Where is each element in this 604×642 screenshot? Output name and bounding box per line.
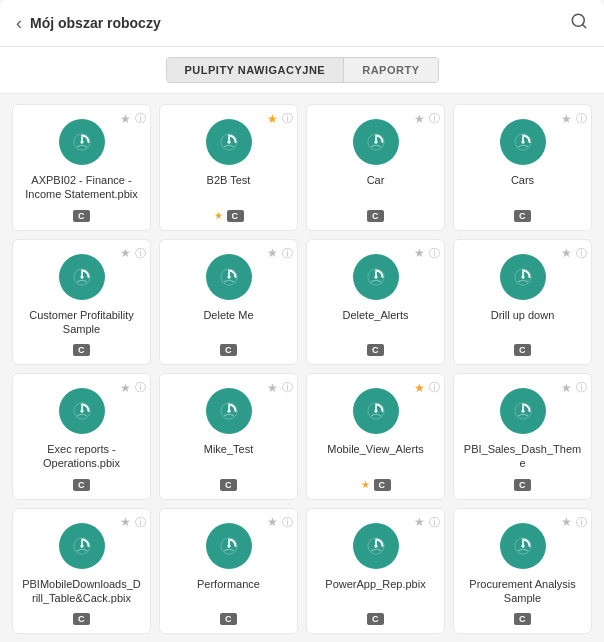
- tab-reports[interactable]: RAPORTY: [344, 58, 437, 82]
- star-icon[interactable]: ★: [120, 515, 131, 529]
- card-item[interactable]: ★ ⓘ PBIMobileDownloads_Drill_Table&Cack.…: [12, 508, 151, 635]
- card-badge: C: [73, 210, 90, 222]
- info-icon[interactable]: ⓘ: [576, 515, 587, 530]
- card-icon: [59, 523, 105, 569]
- star-icon[interactable]: ★: [267, 381, 278, 395]
- star-icon[interactable]: ★: [267, 515, 278, 529]
- card-item[interactable]: ★ ⓘ AXPBI02 - Finance - Income Statement…: [12, 104, 151, 231]
- card-actions: ★ ⓘ: [561, 111, 587, 126]
- page-title: Mój obszar roboczy: [30, 15, 161, 31]
- star-icon[interactable]: ★: [561, 381, 572, 395]
- star-icon[interactable]: ★: [561, 246, 572, 260]
- tabs: PULPITY NAWIGACYJNE RAPORTY: [166, 57, 439, 83]
- card-icon: [500, 254, 546, 300]
- info-icon[interactable]: ⓘ: [282, 380, 293, 395]
- card-item[interactable]: ★ ⓘ Mobile_View_Alerts ★ C: [306, 373, 445, 500]
- dashboard-grid: ★ ⓘ AXPBI02 - Finance - Income Statement…: [0, 94, 604, 642]
- info-icon[interactable]: ⓘ: [282, 111, 293, 126]
- card-bottom: C: [220, 344, 237, 356]
- info-icon[interactable]: ⓘ: [135, 380, 146, 395]
- star-icon[interactable]: ★: [414, 515, 425, 529]
- card-actions: ★ ⓘ: [561, 380, 587, 395]
- card-item[interactable]: ★ ⓘ Delete Me C: [159, 239, 298, 366]
- info-icon[interactable]: ⓘ: [429, 380, 440, 395]
- info-icon[interactable]: ⓘ: [282, 515, 293, 530]
- star-icon[interactable]: ★: [414, 246, 425, 260]
- card-bottom: ★ C: [361, 479, 391, 491]
- star-icon[interactable]: ★: [414, 381, 425, 395]
- card-icon: [59, 388, 105, 434]
- info-icon[interactable]: ⓘ: [282, 246, 293, 261]
- card-title: B2B Test: [207, 173, 251, 187]
- card-title: Exec reports - Operations.pbix: [21, 442, 142, 471]
- card-icon: [500, 119, 546, 165]
- tabs-container: PULPITY NAWIGACYJNE RAPORTY: [0, 47, 604, 94]
- card-actions: ★ ⓘ: [267, 246, 293, 261]
- info-icon[interactable]: ⓘ: [429, 246, 440, 261]
- card-icon: [206, 523, 252, 569]
- card-bottom: C: [367, 344, 384, 356]
- card-item[interactable]: ★ ⓘ Drill up down C: [453, 239, 592, 366]
- card-item[interactable]: ★ ⓘ Procurement Analysis Sample C: [453, 508, 592, 635]
- star-icon[interactable]: ★: [414, 112, 425, 126]
- card-item[interactable]: ★ ⓘ Delete_Alerts C: [306, 239, 445, 366]
- card-item[interactable]: ★ ⓘ Exec reports - Operations.pbix C: [12, 373, 151, 500]
- card-badge: C: [367, 210, 384, 222]
- card-actions: ★ ⓘ: [561, 515, 587, 530]
- tab-dashboards[interactable]: PULPITY NAWIGACYJNE: [167, 58, 344, 82]
- card-icon: [206, 388, 252, 434]
- card-actions: ★ ⓘ: [414, 380, 440, 395]
- card-badge: C: [374, 479, 391, 491]
- info-icon[interactable]: ⓘ: [135, 111, 146, 126]
- card-title: Delete_Alerts: [342, 308, 408, 322]
- card-item[interactable]: ★ ⓘ Customer Profitability Sample C: [12, 239, 151, 366]
- card-icon: [59, 119, 105, 165]
- card-badge: C: [514, 210, 531, 222]
- card-title: Mike_Test: [204, 442, 254, 456]
- info-icon[interactable]: ⓘ: [576, 380, 587, 395]
- card-icon: [59, 254, 105, 300]
- card-bottom: C: [73, 344, 90, 356]
- card-badge: C: [73, 613, 90, 625]
- star-icon[interactable]: ★: [120, 112, 131, 126]
- card-badge: C: [227, 210, 244, 222]
- back-icon[interactable]: ‹: [16, 13, 22, 34]
- info-icon[interactable]: ⓘ: [429, 111, 440, 126]
- star-icon[interactable]: ★: [267, 246, 278, 260]
- card-bottom: C: [367, 613, 384, 625]
- card-title: PBIMobileDownloads_Drill_Table&Cack.pbix: [21, 577, 142, 606]
- info-icon[interactable]: ⓘ: [135, 515, 146, 530]
- card-icon: [206, 254, 252, 300]
- card-badge: C: [220, 344, 237, 356]
- card-bottom: C: [73, 210, 90, 222]
- card-item[interactable]: ★ ⓘ PBI_Sales_Dash_Theme C: [453, 373, 592, 500]
- star-icon[interactable]: ★: [561, 112, 572, 126]
- star-icon[interactable]: ★: [561, 515, 572, 529]
- card-item[interactable]: ★ ⓘ Mike_Test C: [159, 373, 298, 500]
- card-actions: ★ ⓘ: [120, 111, 146, 126]
- card-item[interactable]: ★ ⓘ PowerApp_Rep.pbix C: [306, 508, 445, 635]
- star-icon[interactable]: ★: [267, 112, 278, 126]
- card-icon: [353, 119, 399, 165]
- info-icon[interactable]: ⓘ: [576, 246, 587, 261]
- card-bottom: C: [220, 613, 237, 625]
- star-icon[interactable]: ★: [120, 381, 131, 395]
- card-badge: C: [514, 613, 531, 625]
- card-bottom: C: [514, 613, 531, 625]
- card-actions: ★ ⓘ: [414, 515, 440, 530]
- card-title: Procurement Analysis Sample: [462, 577, 583, 606]
- info-icon[interactable]: ⓘ: [429, 515, 440, 530]
- card-item[interactable]: ★ ⓘ Car C: [306, 104, 445, 231]
- card-badge: C: [367, 344, 384, 356]
- search-icon[interactable]: [570, 12, 588, 34]
- card-item[interactable]: ★ ⓘ B2B Test ★ C: [159, 104, 298, 231]
- card-item[interactable]: ★ ⓘ Performance C: [159, 508, 298, 635]
- info-icon[interactable]: ⓘ: [135, 246, 146, 261]
- card-item[interactable]: ★ ⓘ Cars C: [453, 104, 592, 231]
- card-bottom: C: [220, 479, 237, 491]
- card-icon: [500, 523, 546, 569]
- svg-line-1: [582, 24, 585, 27]
- card-bottom: ★ C: [214, 210, 244, 222]
- info-icon[interactable]: ⓘ: [576, 111, 587, 126]
- star-icon[interactable]: ★: [120, 246, 131, 260]
